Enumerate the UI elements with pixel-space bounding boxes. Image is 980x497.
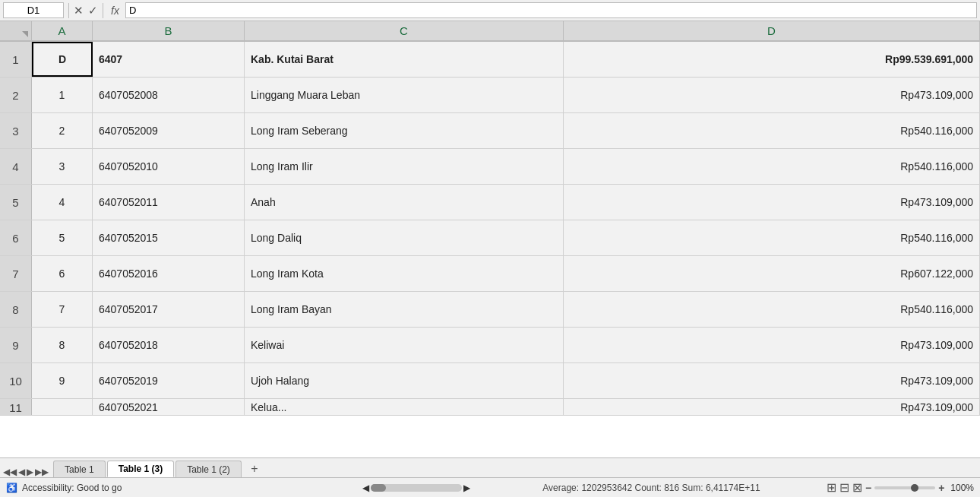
table-cell[interactable]: Rp473.109,000	[564, 363, 980, 398]
row-number: 10	[0, 363, 32, 398]
table-cell[interactable]: Rp540.116,000	[564, 220, 980, 255]
zoom-track[interactable]	[874, 486, 935, 489]
status-left: ♿ Accessibility: Good to go	[6, 483, 356, 493]
sheet-tabs: ◀◀ ◀ ▶ ▶▶ Table 1Table 1 (3)Table 1 (2)+	[0, 457, 980, 477]
sheet-tab[interactable]: Table 1 (3)	[107, 461, 174, 477]
table-cell[interactable]: Rp540.116,000	[564, 149, 980, 184]
table-row: 326407052009Long Iram SeberangRp540.116,…	[0, 113, 980, 149]
table-cell[interactable]: Keliwai	[245, 328, 564, 362]
tab-nav-next[interactable]: ▶	[27, 467, 33, 477]
formula-bar: ✕ ✓ fx	[0, 0, 980, 21]
table-cell[interactable]	[32, 399, 93, 416]
table-cell[interactable]: Rp540.116,000	[564, 292, 980, 327]
table-row: 216407052008Linggang Muara LebanRp473.10…	[0, 78, 980, 113]
table-cell[interactable]: 2	[32, 113, 93, 148]
table-cell[interactable]: 6407052018	[93, 328, 245, 362]
table-cell[interactable]: 4	[32, 185, 93, 220]
table-cell[interactable]: 6407052009	[93, 113, 245, 148]
table-cell[interactable]: 6407052019	[93, 363, 245, 398]
table-cell[interactable]: 6	[32, 256, 93, 291]
accessibility-text: Accessibility: Good to go	[22, 483, 122, 493]
table-row: 1D6407Kab. Kutai BaratRp99.539.691,000	[0, 42, 980, 78]
table-cell[interactable]: Rp473.109,000	[564, 78, 980, 112]
table-cell[interactable]: 3	[32, 149, 93, 184]
table-cell[interactable]: 6407052011	[93, 185, 245, 220]
normal-view-icon[interactable]: ⊞	[827, 480, 836, 495]
col-header-a[interactable]: A	[32, 21, 93, 41]
col-header-d[interactable]: D	[564, 21, 980, 41]
scroll-left-icon[interactable]: ◀	[362, 483, 369, 493]
tab-nav-first[interactable]: ◀◀	[3, 467, 17, 477]
table-cell[interactable]: 1	[32, 78, 93, 112]
zoom-percent: 100%	[950, 483, 974, 493]
table-cell[interactable]: Long Iram Kota	[245, 256, 564, 291]
fx-label: fx	[111, 5, 119, 17]
table-cell[interactable]: D	[32, 42, 93, 77]
table-cell[interactable]: 6407	[93, 42, 245, 77]
table-cell[interactable]: 6407052016	[93, 256, 245, 291]
scroll-right-icon[interactable]: ▶	[463, 483, 470, 493]
rows-container: 1D6407Kab. Kutai BaratRp99.539.691,00021…	[0, 42, 980, 457]
status-stats: Average: 1202953642 Count: 816 Sum: 6,41…	[476, 483, 827, 493]
scrollbar-area[interactable]: ◀ ▶	[362, 483, 470, 493]
table-cell[interactable]: Rp473.109,000	[564, 399, 980, 416]
table-row: 546407052011AnahRp473.109,000	[0, 185, 980, 220]
table-cell[interactable]: 6407052021	[93, 399, 245, 416]
zoom-slider[interactable]: − +	[865, 482, 944, 494]
zoom-minus[interactable]: −	[865, 482, 871, 494]
table-cell[interactable]: 7	[32, 292, 93, 327]
table-cell[interactable]: Rp473.109,000	[564, 185, 980, 220]
row-number: 6	[0, 220, 32, 255]
row-number: 1	[0, 42, 32, 77]
add-sheet-button[interactable]: +	[246, 461, 263, 477]
table-cell[interactable]: 9	[32, 363, 93, 398]
scrollbar-thumb[interactable]	[371, 484, 386, 492]
row-number: 7	[0, 256, 32, 291]
col-header-b[interactable]: B	[93, 21, 245, 41]
table-cell[interactable]: 6407052010	[93, 149, 245, 184]
confirm-icon[interactable]: ✓	[88, 4, 98, 17]
table-cell[interactable]: Long Iram Ilir	[245, 149, 564, 184]
table-cell[interactable]: Long Iram Seberang	[245, 113, 564, 148]
table-cell[interactable]: Long Iram Bayan	[245, 292, 564, 327]
table-cell[interactable]: Ujoh Halang	[245, 363, 564, 398]
table-cell[interactable]: Rp473.109,000	[564, 328, 980, 362]
tab-nav-prev[interactable]: ◀	[18, 467, 25, 477]
sheet-tab[interactable]: Table 1	[53, 461, 106, 477]
table-cell[interactable]: Long Daliq	[245, 220, 564, 255]
table-cell[interactable]: 6407052017	[93, 292, 245, 327]
table-cell[interactable]: 5	[32, 220, 93, 255]
sheet-tab[interactable]: Table 1 (2)	[175, 461, 242, 477]
row-number: 9	[0, 328, 32, 362]
formula-bar-separator	[68, 3, 69, 18]
table-cell[interactable]: Rp540.116,000	[564, 113, 980, 148]
cancel-icon[interactable]: ✕	[74, 4, 84, 17]
formula-input[interactable]	[125, 2, 977, 18]
row-number: 8	[0, 292, 32, 327]
tab-nav-last[interactable]: ▶▶	[35, 467, 49, 477]
row-number: 2	[0, 78, 32, 112]
table-row: 1096407052019Ujoh HalangRp473.109,000	[0, 363, 980, 399]
table-cell[interactable]: Linggang Muara Leban	[245, 78, 564, 112]
table-cell[interactable]: Kab. Kutai Barat	[245, 42, 564, 77]
table-row: 876407052017Long Iram BayanRp540.116,000	[0, 292, 980, 328]
column-headers: A B C D	[0, 21, 980, 42]
page-layout-icon[interactable]: ⊟	[839, 480, 849, 495]
row-number: 5	[0, 185, 32, 220]
page-break-icon[interactable]: ⊠	[852, 480, 862, 495]
scrollbar-track[interactable]	[371, 484, 462, 492]
table-cell[interactable]: 6407052008	[93, 78, 245, 112]
table-cell[interactable]: Rp99.539.691,000	[564, 42, 980, 77]
col-header-c[interactable]: C	[245, 21, 564, 41]
table-cell[interactable]: 8	[32, 328, 93, 362]
name-box[interactable]	[3, 2, 64, 18]
zoom-plus[interactable]: +	[938, 482, 944, 494]
table-row: 116407052021Kelua...Rp473.109,000	[0, 399, 980, 416]
corner-cell[interactable]	[0, 21, 32, 41]
table-cell[interactable]: 6407052015	[93, 220, 245, 255]
tab-nav-arrows[interactable]: ◀◀ ◀ ▶ ▶▶	[3, 467, 49, 477]
table-cell[interactable]: Rp607.122,000	[564, 256, 980, 291]
zoom-thumb[interactable]	[911, 484, 918, 492]
table-cell[interactable]: Kelua...	[245, 399, 564, 416]
table-cell[interactable]: Anah	[245, 185, 564, 220]
